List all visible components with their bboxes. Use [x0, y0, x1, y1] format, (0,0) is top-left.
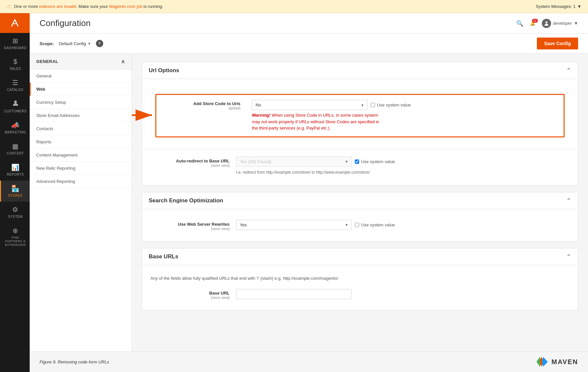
user-dropdown-arrow[interactable]: ▼	[574, 21, 578, 26]
sidebar-item-label: CONTENT	[7, 152, 24, 156]
auto-redirect-row: Auto-redirect to Base URL [store view] Y…	[142, 153, 578, 179]
notification-count: 51	[532, 19, 538, 23]
help-icon[interactable]: ?	[96, 40, 103, 47]
page-header: Configuration 🔍 🔔 51 developer ▼	[30, 13, 588, 34]
add-store-code-controls: No Yes Use system value	[252, 100, 559, 131]
url-options-title: Url Options	[149, 67, 179, 74]
seo-toggle[interactable]: ⌃	[566, 197, 571, 204]
svg-marker-7	[542, 357, 548, 367]
content-icon: ▦	[12, 142, 19, 150]
footer-caption: Figure 9. Removing code form URLs	[40, 359, 109, 364]
left-nav: GENERAL ∧ General Web Currency Setup	[30, 54, 132, 351]
maven-label: MAVEN	[551, 358, 578, 366]
add-store-code-select[interactable]: No Yes	[252, 100, 367, 110]
sidebar-item-sales[interactable]: $ SALES	[0, 54, 30, 75]
sidebar-logo[interactable]	[0, 13, 30, 33]
notif-text: One or more indexers are invalid. Make s…	[14, 4, 163, 9]
marketing-icon: 📣	[11, 121, 20, 129]
seo-section: Search Engine Optimization ⌃ Use Web Ser…	[142, 192, 578, 242]
nav-item-advanced-reporting[interactable]: Advanced Reporting	[30, 175, 132, 188]
sidebar-item-stores[interactable]: 🏪 STORES	[0, 181, 30, 202]
add-store-code-highlighted: Add Store Code to Urls [global] N	[155, 94, 565, 137]
sidebar-item-content[interactable]: ▦ CONTENT	[0, 138, 30, 159]
base-url-label: Base URL	[209, 291, 230, 296]
page-title: Configuration	[40, 18, 91, 28]
scope-bar: Scope: Default Config ▼ ? Save Config	[30, 34, 588, 54]
user-avatar	[542, 19, 551, 28]
system-messages[interactable]: System Messages: 1 ▼	[536, 4, 581, 9]
auto-redirect-use-system[interactable]: Use system value	[355, 159, 395, 164]
notification-bell[interactable]: 🔔 51	[530, 21, 535, 26]
use-system-checkbox-3[interactable]	[355, 223, 359, 227]
web-rewrites-sublabel: [store view]	[150, 227, 230, 231]
scope-dropdown[interactable]: Default Config ▼	[59, 41, 91, 46]
nav-chevron: ∧	[121, 58, 125, 65]
cron-link[interactable]: Magento cron job	[109, 4, 142, 9]
save-config-button[interactable]: Save Config	[537, 38, 578, 49]
header-actions: 🔍 🔔 51 developer ▼	[516, 19, 578, 28]
auto-redirect-select[interactable]: Yes (302 Found) Yes (301 Moved Permanent…	[236, 157, 352, 167]
add-store-code-label: Add Store Code to Urls	[193, 101, 240, 106]
system-messages-arrow[interactable]: ▼	[577, 4, 581, 9]
right-panel: Url Options ⌃	[132, 54, 588, 351]
base-url-row: Base URL [store view]	[142, 285, 578, 303]
base-urls-toggle[interactable]: ⌃	[566, 253, 571, 260]
auto-redirect-select-wrapper[interactable]: Yes (302 Found) Yes (301 Moved Permanent…	[236, 157, 352, 167]
sidebar-item-marketing[interactable]: 📣 MARKETING	[0, 117, 30, 138]
web-rewrites-select[interactable]: Yes No	[236, 220, 352, 230]
nav-item-general[interactable]: General	[30, 70, 132, 83]
svg-point-1	[14, 100, 17, 103]
add-store-code-use-system[interactable]: Use system value	[371, 102, 411, 107]
url-options-body: Add Store Code to Urls [global] N	[142, 79, 578, 185]
nav-item-currency-setup[interactable]: Currency Setup	[30, 96, 132, 109]
sidebar-item-reports[interactable]: 📊 REPORTS	[0, 159, 30, 181]
indexers-link[interactable]: indexers are invalid	[39, 4, 76, 9]
sidebar-item-customers[interactable]: CUSTOMERS	[0, 96, 30, 117]
sidebar: ⊞ DASHBOARD $ SALES ☰ CATALOG CUSTOMERS …	[0, 13, 30, 372]
web-rewrites-row: Use Web Server Rewrites [store view] Yes	[142, 216, 578, 235]
sidebar-item-system[interactable]: ⚙ SYSTEM	[0, 202, 30, 223]
sidebar-item-label: SALES	[10, 67, 21, 71]
nav-item-content-management[interactable]: Content Management	[30, 149, 132, 162]
web-rewrites-use-system[interactable]: Use system value	[355, 222, 395, 227]
base-urls-header: Base URLs ⌃	[142, 248, 578, 265]
url-options-section: Url Options ⌃	[142, 62, 578, 186]
partners-icon: ⊕	[13, 227, 18, 235]
add-store-code-sublabel: [global]	[161, 106, 240, 110]
web-rewrites-select-wrapper[interactable]: Yes No	[236, 220, 352, 230]
reports-icon: 📊	[11, 163, 20, 171]
general-section: GENERAL ∧ General Web Currency Setup	[30, 54, 132, 188]
sidebar-item-catalog[interactable]: ☰ CATALOG	[0, 75, 30, 96]
auto-redirect-controls: Yes (302 Found) Yes (301 Moved Permanent…	[236, 157, 570, 175]
nav-item-web[interactable]: Web	[30, 83, 132, 96]
use-system-checkbox[interactable]	[371, 103, 375, 107]
sales-icon: $	[14, 58, 17, 66]
general-nav-title: GENERAL	[36, 59, 58, 64]
sidebar-item-partners[interactable]: ⊕ FIND PARTNERS & EXTENSIONS	[0, 223, 30, 250]
nav-item-new-relic[interactable]: New Relic Reporting	[30, 162, 132, 175]
scope-label: Scope:	[40, 41, 54, 46]
base-url-input[interactable]	[236, 289, 352, 299]
sidebar-item-label: REPORTS	[7, 173, 24, 177]
use-system-checkbox-2[interactable]	[355, 159, 359, 164]
sidebar-item-label: FIND PARTNERS & EXTENSIONS	[3, 236, 28, 246]
sidebar-item-label: SYSTEM	[8, 215, 22, 219]
maven-logo: MAVEN	[534, 356, 578, 368]
search-icon[interactable]: 🔍	[516, 20, 523, 27]
add-store-code-select-wrapper[interactable]: No Yes	[252, 100, 367, 110]
seo-header: Search Engine Optimization ⌃	[142, 192, 578, 209]
warning-icon: ⚠	[7, 3, 11, 10]
nav-item-store-email[interactable]: Store Email Addresses	[30, 109, 132, 122]
user-menu[interactable]: developer ▼	[542, 19, 578, 28]
web-rewrites-label: Use Web Server Rewrites	[178, 222, 230, 227]
sidebar-item-label: MARKETING	[5, 130, 26, 134]
dashboard-icon: ⊞	[13, 37, 18, 45]
seo-title: Search Engine Optimization	[149, 197, 223, 204]
sidebar-item-dashboard[interactable]: ⊞ DASHBOARD	[0, 33, 30, 54]
general-nav-header[interactable]: GENERAL ∧	[30, 54, 132, 70]
nav-item-reports[interactable]: Reports	[30, 135, 132, 149]
customers-icon	[12, 100, 19, 108]
maven-diamond-icon	[534, 356, 549, 368]
nav-item-contacts[interactable]: Contacts	[30, 122, 132, 135]
url-options-toggle[interactable]: ⌃	[566, 67, 571, 74]
